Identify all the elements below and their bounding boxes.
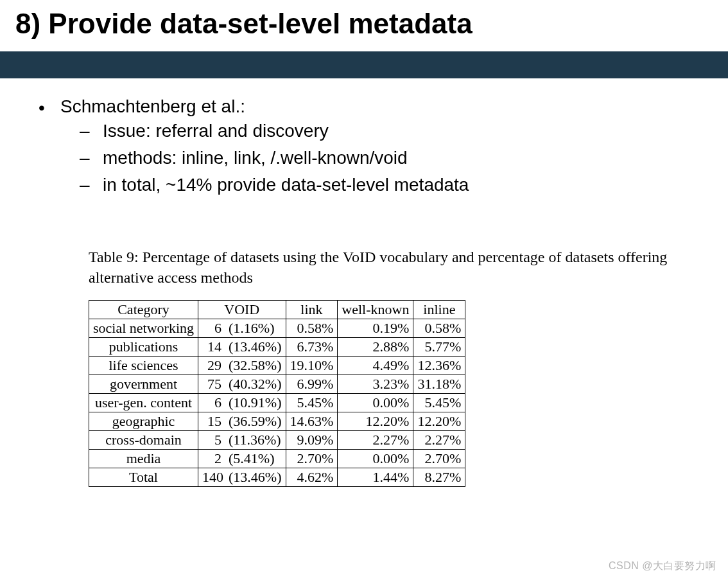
cell-wellknown: 2.88%: [338, 337, 413, 356]
table-row: media2 (5.41%)2.70%0.00%2.70%: [89, 449, 465, 468]
title-underline-bar: [0, 51, 728, 78]
cell-link: 5.45%: [286, 393, 338, 412]
col-wellknown: well-known: [338, 300, 413, 319]
cell-void: 2 (5.41%): [198, 449, 286, 468]
cell-inline: 31.18%: [413, 375, 465, 393]
cell-category: publications: [89, 337, 198, 356]
table-block: Table 9: Percentage of datasets using th…: [89, 247, 679, 487]
cell-inline: 8.27%: [413, 468, 465, 486]
bullet-sub: methods: inline, link, /.well-known/void: [103, 148, 702, 168]
table-header-row: Category VOID link well-known inline: [89, 300, 465, 319]
cell-wellknown: 4.49%: [338, 356, 413, 375]
cell-inline: 5.45%: [413, 393, 465, 412]
cell-inline: 2.70%: [413, 449, 465, 468]
slide-body: Schmachtenberg et al.: Issue: referral a…: [0, 78, 728, 487]
slide: 8) Provide data-set-level metadata Schma…: [0, 0, 728, 582]
table-total-row: Total140 (13.46%)4.62%1.44%8.27%: [89, 468, 465, 486]
cell-category: geographic: [89, 412, 198, 430]
slide-title: 8) Provide data-set-level metadata: [0, 0, 728, 51]
cell-void: 29 (32.58%): [198, 356, 286, 375]
cell-void: 75 (40.32%): [198, 375, 286, 393]
table-row: social networking6 (1.16%)0.58%0.19%0.58…: [89, 319, 465, 337]
table-row: geographic15 (36.59%)14.63%12.20%12.20%: [89, 412, 465, 430]
table-caption: Table 9: Percentage of datasets using th…: [89, 247, 679, 288]
bullet-main: Schmachtenberg et al.: Issue: referral a…: [60, 96, 702, 195]
cell-wellknown: 2.27%: [338, 430, 413, 449]
cell-link: 6.99%: [286, 375, 338, 393]
cell-wellknown: 3.23%: [338, 375, 413, 393]
cell-wellknown: 0.19%: [338, 319, 413, 337]
cell-link: 9.09%: [286, 430, 338, 449]
table-row: publications14 (13.46%)6.73%2.88%5.77%: [89, 337, 465, 356]
cell-wellknown: 0.00%: [338, 449, 413, 468]
cell-inline: 5.77%: [413, 337, 465, 356]
table-row: user-gen. content6 (10.91%)5.45%0.00%5.4…: [89, 393, 465, 412]
cell-link: 0.58%: [286, 319, 338, 337]
cell-void: 14 (13.46%): [198, 337, 286, 356]
cell-void: 6 (10.91%): [198, 393, 286, 412]
cell-category: social networking: [89, 319, 198, 337]
col-category: Category: [89, 300, 198, 319]
cell-void: 6 (1.16%): [198, 319, 286, 337]
table-row: government75 (40.32%)6.99%3.23%31.18%: [89, 375, 465, 393]
cell-void: 140 (13.46%): [198, 468, 286, 486]
cell-category: cross-domain: [89, 430, 198, 449]
cell-inline: 12.36%: [413, 356, 465, 375]
table-row: life sciences29 (32.58%)19.10%4.49%12.36…: [89, 356, 465, 375]
cell-wellknown: 0.00%: [338, 393, 413, 412]
col-inline: inline: [413, 300, 465, 319]
cell-category: Total: [89, 468, 198, 486]
bullet-main-text: Schmachtenberg et al.:: [60, 96, 245, 116]
cell-void: 15 (36.59%): [198, 412, 286, 430]
watermark: CSDN @大白要努力啊: [609, 560, 716, 573]
cell-void: 5 (11.36%): [198, 430, 286, 449]
cell-category: government: [89, 375, 198, 393]
cell-link: 4.62%: [286, 468, 338, 486]
cell-link: 19.10%: [286, 356, 338, 375]
cell-link: 14.63%: [286, 412, 338, 430]
data-table: Category VOID link well-known inline soc…: [89, 300, 465, 487]
col-link: link: [286, 300, 338, 319]
cell-link: 2.70%: [286, 449, 338, 468]
cell-inline: 0.58%: [413, 319, 465, 337]
cell-inline: 2.27%: [413, 430, 465, 449]
cell-link: 6.73%: [286, 337, 338, 356]
cell-wellknown: 12.20%: [338, 412, 413, 430]
table-row: cross-domain5 (11.36%)9.09%2.27%2.27%: [89, 430, 465, 449]
cell-inline: 12.20%: [413, 412, 465, 430]
cell-category: user-gen. content: [89, 393, 198, 412]
bullet-sub: Issue: referral and discovery: [103, 121, 702, 141]
cell-wellknown: 1.44%: [338, 468, 413, 486]
bullet-sub: in total, ~14% provide data-set-level me…: [103, 175, 702, 195]
cell-category: media: [89, 449, 198, 468]
cell-category: life sciences: [89, 356, 198, 375]
col-void: VOID: [198, 300, 286, 319]
